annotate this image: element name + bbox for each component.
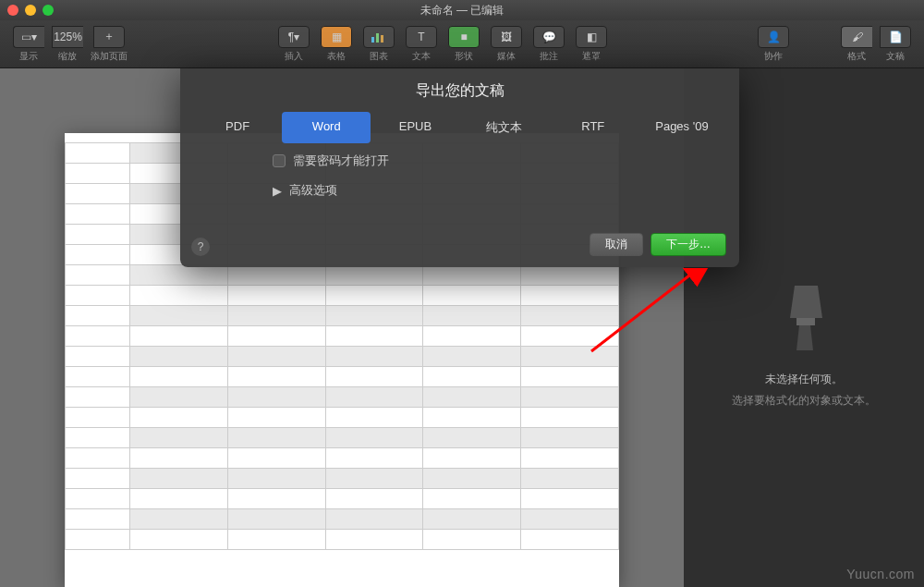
media-button[interactable]: 🖼媒体 [487,26,526,63]
brush-icon [776,281,832,355]
text-button[interactable]: T文本 [402,26,441,63]
tab-word[interactable]: Word [282,112,371,143]
watermark: Yuucn.com [846,567,915,581]
tab-pdf[interactable]: PDF [193,112,282,143]
view-button[interactable]: ▭▾显示 [9,26,48,63]
tab-pages09[interactable]: Pages '09 [638,112,726,143]
chart-button[interactable]: 图表 [359,26,398,63]
shape-label: 形状 [455,50,473,63]
comment-label: 批注 [540,50,558,63]
svg-rect-0 [371,37,374,43]
require-password-label: 需要密码才能打开 [293,153,389,169]
advanced-options-toggle[interactable]: ▶ 高级选项 [273,182,739,199]
cancel-button[interactable]: 取消 [590,233,643,256]
close-window-button[interactable] [7,5,18,16]
window-title: 未命名 — 已编辑 [0,3,924,18]
document-label: 文稿 [886,50,905,63]
zoom-value: 125% [52,26,83,48]
text-label: 文本 [412,50,431,63]
zoom-label: 缩放 [58,50,77,63]
minimize-window-button[interactable] [25,5,36,16]
panel-message-2: 选择要格式化的对象或文本。 [732,393,876,409]
tab-epub[interactable]: EPUB [371,112,459,143]
comment-button[interactable]: 💬批注 [529,26,568,63]
svg-rect-3 [796,318,815,325]
chart-label: 图表 [370,50,388,63]
next-button[interactable]: 下一步… [650,233,726,256]
collab-label: 协作 [764,50,783,63]
help-button[interactable]: ? [191,238,210,256]
table-button[interactable]: ▦表格 [317,26,356,63]
panel-message-1: 未选择任何项。 [765,372,843,387]
toolbar: ▭▾显示 125%缩放 ＋添加页面 ¶▾插入 ▦表格 图表 T文本 ■形状 🖼媒… [0,20,924,68]
svg-rect-1 [376,33,379,43]
window-controls [7,5,54,16]
zoom-button[interactable]: 125%缩放 [48,26,87,63]
document-button[interactable]: 📄文稿 [876,26,915,63]
shape-button[interactable]: ■形状 [444,26,483,63]
export-format-tabs: PDF Word EPUB 纯文本 RTF Pages '09 [180,112,739,153]
titlebar: 未命名 — 已编辑 [0,0,924,20]
format-button[interactable]: 🖌格式 [837,26,876,63]
add-page-label: 添加页面 [91,50,128,63]
require-password-checkbox[interactable] [273,154,286,167]
mask-label: 遮罩 [582,50,601,63]
tab-plaintext[interactable]: 纯文本 [460,112,549,143]
insert-button[interactable]: ¶▾插入 [274,26,313,63]
dialog-title: 导出您的文稿 [180,68,739,112]
mask-button[interactable]: ◧遮罩 [572,26,611,63]
view-label: 显示 [19,50,38,63]
fullscreen-window-button[interactable] [43,5,54,16]
collab-button[interactable]: 👤协作 [754,26,793,63]
svg-rect-2 [381,35,383,43]
add-page-button[interactable]: ＋添加页面 [87,26,131,63]
media-label: 媒体 [497,50,516,63]
format-label: 格式 [847,50,866,63]
insert-label: 插入 [285,50,303,63]
table-label: 表格 [327,50,346,63]
advanced-options-label: 高级选项 [289,182,337,199]
tab-rtf[interactable]: RTF [549,112,638,143]
export-dialog: 导出您的文稿 PDF Word EPUB 纯文本 RTF Pages '09 需… [180,68,739,267]
disclosure-triangle-icon: ▶ [273,184,282,198]
